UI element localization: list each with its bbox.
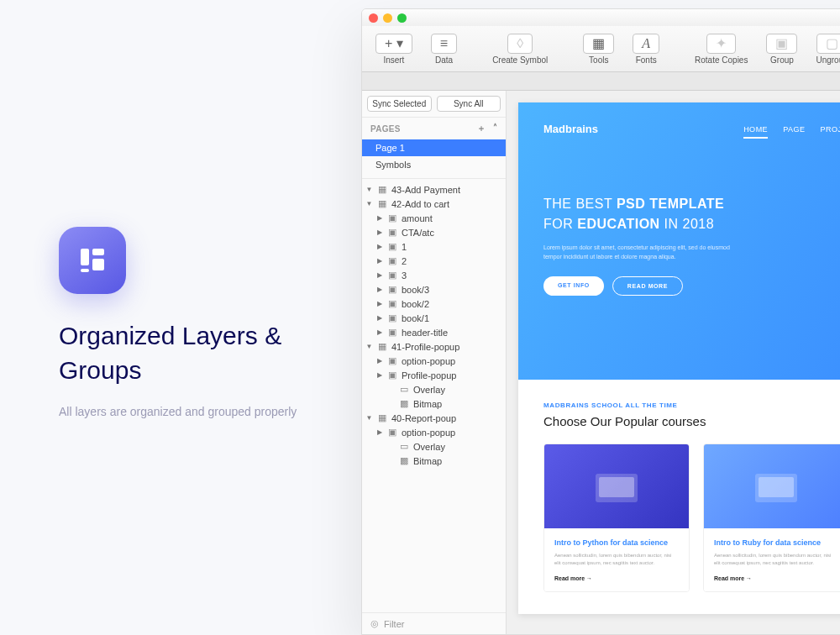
disclosure-icon[interactable]: ▶ [375,428,383,436]
disclosure-icon[interactable]: ▶ [375,286,383,293]
card-title: Intro to Ruby for data science [714,538,838,547]
folder-icon: ▣ [386,298,398,309]
card-link[interactable]: Read more → [714,575,838,581]
layer-row[interactable]: ▭Overlay [362,382,506,396]
nav-link[interactable]: PROJECT [820,125,840,134]
data-button[interactable]: ≡Data [423,32,465,66]
hero-body: THE BEST PSD TEMPLATE FOR EDUCATION IN 2… [543,194,840,296]
disclosure-icon[interactable]: ▶ [375,328,383,336]
canvas[interactable]: Madbrains HOMEPAGEPROJECTBLOG THE BEST P… [507,91,840,634]
layer-row[interactable]: ▶▣book/2 [362,297,506,311]
titlebar: UI Kit.sketc [362,9,840,26]
folder-icon: ▣ [386,270,398,281]
layer-row[interactable]: ▶▣option-popup [362,425,506,439]
folder-icon: ▣ [386,284,398,295]
nav-link[interactable]: PAGE [783,125,805,134]
insert-label: Insert [383,55,404,65]
fonts-button[interactable]: AFonts [624,32,668,66]
create-symbol-button[interactable]: ◊Create Symbol [484,32,556,66]
rotate-copies-label: Rotate Copies [695,55,748,65]
folder-icon: ▣ [386,370,398,380]
filter-row[interactable]: ◎ Filter [362,612,506,634]
card-link[interactable]: Read more → [554,575,679,581]
layer-row[interactable]: ▼▦40-Report-poup [362,411,506,425]
minimize-icon[interactable] [383,13,392,23]
layer-row[interactable]: ▶▣3 [362,268,506,282]
sync-selected-button[interactable]: Sync Selected [367,96,432,112]
close-icon[interactable] [369,13,378,23]
layer-row[interactable]: ▩Bitmap [362,396,506,411]
layer-row[interactable]: ▶▣amount [362,211,506,225]
disclosure-icon[interactable]: ▼ [365,200,373,207]
brand: Madbrains [543,123,598,135]
course-card[interactable]: Intro to Ruby for data scienceAenean sol… [703,443,840,592]
disclosure-icon[interactable]: ▶ [375,214,383,222]
folder-icon: ▣ [386,241,398,252]
rotate-copies-button[interactable]: ✦Rotate Copies [686,32,756,66]
page-item[interactable]: Page 1 [362,139,506,156]
disclosure-icon[interactable]: ▶ [375,357,383,365]
layer-label: 3 [402,270,407,281]
disclosure-icon[interactable]: ▶ [375,257,383,265]
hero-section: Madbrains HOMEPAGEPROJECTBLOG THE BEST P… [518,102,840,380]
disclosure-icon[interactable]: ▶ [375,243,383,250]
disclosure-icon[interactable]: ▶ [375,371,383,379]
course-card[interactable]: Intro to Python for data scienceAenean s… [543,443,690,592]
disclosure-icon[interactable]: ▶ [375,300,383,307]
artboard-icon: ▦ [376,198,388,209]
ungroup-button[interactable]: ▢Ungroup [807,32,840,66]
sync-all-button[interactable]: Sync All [437,96,501,112]
layer-row[interactable]: ▶▣Profile-popup [362,368,506,382]
pages-list: Page 1Symbols [362,139,506,173]
layer-row[interactable]: ▶▣2 [362,254,506,268]
pages-header: PAGES ＋˄ [362,118,506,139]
traffic-lights [369,13,407,23]
disclosure-icon[interactable]: ▼ [365,343,373,350]
disclosure-icon[interactable]: ▼ [365,186,373,193]
data-label: Data [435,55,453,65]
artboard-icon: ▦ [376,341,388,352]
image-icon: ▩ [398,398,410,409]
layer-row[interactable]: ▶▣book/1 [362,311,506,325]
hero-subtitle: Lorem ipsum dolor sit amet, consectetur … [543,243,737,261]
add-page-icon[interactable]: ＋ [477,123,486,134]
disclosure-icon[interactable]: ▶ [375,271,383,279]
layer-row[interactable]: ▶▣header-title [362,325,506,339]
layer-row[interactable]: ▼▦41-Profile-popup [362,339,506,354]
layer-row[interactable]: ▭Overlay [362,439,506,454]
layer-row[interactable]: ▼▦42-Add to cart [362,197,506,211]
read-more-button[interactable]: READ MORE [612,276,683,296]
layer-row[interactable]: ▶▣CTA/atc [362,225,506,239]
layer-row[interactable]: ▩Bitmap [362,454,506,468]
disclosure-icon[interactable]: ▶ [375,228,383,236]
card-body: Intro to Ruby for data scienceAenean sol… [704,528,840,591]
layer-row[interactable]: ▶▣1 [362,239,506,254]
tools-button[interactable]: ▦Tools [575,32,622,66]
layer-row[interactable]: ▼▦43-Add Payment [362,182,506,197]
hero-buttons: GET INFO READ MORE [543,276,840,296]
nav-link[interactable]: HOME [743,125,768,134]
group-button[interactable]: ▣Group [758,32,806,66]
maximize-icon[interactable] [397,13,407,23]
artboard[interactable]: Madbrains HOMEPAGEPROJECTBLOG THE BEST P… [518,102,840,614]
courses-eyebrow: MADBRAINS SCHOOL ALL THE TIME [543,401,840,409]
layer-label: Profile-popup [402,370,456,380]
layer-label: Overlay [413,385,445,395]
layer-row[interactable]: ▶▣book/3 [362,282,506,297]
layer-label: 42-Add to cart [391,199,449,209]
courses-title: Choose Our Popular courses [543,414,840,428]
disclosure-icon[interactable]: ▶ [375,314,383,322]
page-item[interactable]: Symbols [362,156,506,173]
folder-icon: ▣ [386,427,398,438]
layer-row[interactable]: ▶▣option-popup [362,354,506,368]
folder-icon: ▣ [386,327,398,338]
get-info-button[interactable]: GET INFO [543,276,604,296]
disclosure-icon[interactable]: ▼ [365,414,373,422]
courses-section: MADBRAINS SCHOOL ALL THE TIME Choose Our… [518,380,840,614]
promo-panel: Organized Layers & Groups All layers are… [59,227,328,422]
layer-label: Bitmap [413,399,442,409]
image-icon: ▩ [398,455,410,466]
collapse-pages-icon[interactable]: ˄ [493,123,497,134]
card-image [544,444,689,528]
insert-button[interactable]: + ▾Insert [367,32,421,66]
